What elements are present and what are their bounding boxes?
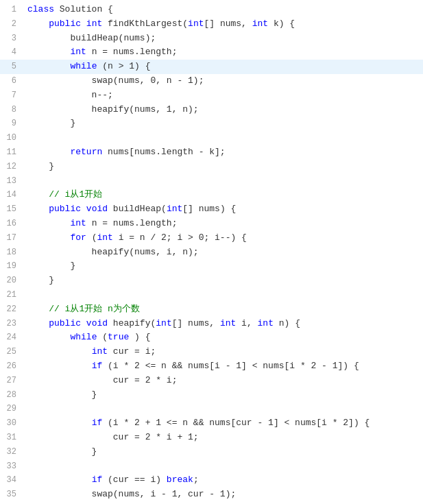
line-content: n--; <box>25 88 423 103</box>
line-content: swap(nums, i - 1, cur - 1); <box>25 488 423 502</box>
line-content: class Solution { <box>25 3 423 17</box>
code-line: 5 while (n > 1) { <box>0 60 423 74</box>
line-content: return nums[nums.length - k]; <box>25 145 423 160</box>
line-number: 10 <box>0 132 25 145</box>
line-number: 14 <box>0 189 25 202</box>
line-content: // i从1开始 <box>25 188 423 202</box>
line-content: heapify(nums, i, n); <box>25 245 423 260</box>
line-number: 9 <box>0 117 25 130</box>
line-number: 29 <box>0 403 25 416</box>
line-content: while (true ) { <box>25 331 423 345</box>
code-line: 32 } <box>0 445 423 459</box>
code-line: 14 // i从1开始 <box>0 188 423 202</box>
line-content: public int findKthLargest(int[] nums, in… <box>25 17 423 32</box>
line-content: int n = nums.length; <box>25 45 423 60</box>
code-line: 22 // i从1开始 n为个数 <box>0 302 423 317</box>
line-content: // i从1开始 n为个数 <box>25 302 423 317</box>
code-line: 2 public int findKthLargest(int[] nums, … <box>0 17 423 32</box>
code-line: 7 n--; <box>0 88 423 103</box>
line-content: cur = 2 * i + 1; <box>25 431 423 445</box>
code-line: 34 if (cur == i) break; <box>0 473 423 488</box>
line-number: 27 <box>0 374 25 387</box>
line-content: } <box>25 274 423 288</box>
line-content: if (i * 2 + 1 <= n && nums[cur - 1] < nu… <box>25 416 423 431</box>
code-line: 17 for (int i = n / 2; i > 0; i--) { <box>0 231 423 245</box>
code-line: 26 if (i * 2 <= n && nums[i - 1] < nums[… <box>0 359 423 374</box>
line-content <box>25 131 423 145</box>
code-block: 1class Solution {2 public int findKthLar… <box>0 3 423 504</box>
code-line: 9 } <box>0 117 423 131</box>
code-line: 6 swap(nums, 0, n - 1); <box>0 74 423 88</box>
code-line: 28 } <box>0 388 423 403</box>
line-content <box>25 402 423 416</box>
code-line: 23 public void heapify(int[] nums, int i… <box>0 317 423 331</box>
code-line: 8 heapify(nums, 1, n); <box>0 103 423 117</box>
line-number: 4 <box>0 46 25 59</box>
code-line: 3 buildHeap(nums); <box>0 32 423 46</box>
line-number: 31 <box>0 431 25 444</box>
code-line: 35 swap(nums, i - 1, cur - 1); <box>0 488 423 502</box>
line-content: } <box>25 259 423 274</box>
line-number: 7 <box>0 89 25 102</box>
line-number: 22 <box>0 303 25 316</box>
line-content: } <box>25 117 423 131</box>
line-number: 23 <box>0 317 25 331</box>
line-number: 6 <box>0 75 25 88</box>
line-number: 35 <box>0 488 25 501</box>
line-content: public void heapify(int[] nums, int i, i… <box>25 317 423 331</box>
line-number: 18 <box>0 246 25 259</box>
line-number: 24 <box>0 331 25 344</box>
code-line: 12 } <box>0 160 423 174</box>
line-number: 19 <box>0 260 25 273</box>
line-number: 30 <box>0 417 25 430</box>
line-content: } <box>25 160 423 174</box>
code-line: 33 <box>0 459 423 474</box>
line-number: 16 <box>0 217 25 230</box>
line-content: int cur = i; <box>25 345 423 359</box>
line-content: heapify(nums, 1, n); <box>25 103 423 117</box>
code-line: 4 int n = nums.length; <box>0 45 423 60</box>
code-line: 31 cur = 2 * i + 1; <box>0 431 423 445</box>
line-content: while (n > 1) { <box>25 60 423 74</box>
code-line: 21 <box>0 288 423 302</box>
line-content <box>25 459 423 474</box>
code-line: 16 int n = nums.length; <box>0 217 423 231</box>
line-number: 26 <box>0 360 25 373</box>
line-number: 3 <box>0 32 25 45</box>
line-number: 34 <box>0 474 25 487</box>
code-line: 11 return nums[nums.length - k]; <box>0 145 423 160</box>
code-line: 29 <box>0 402 423 416</box>
code-line: 24 while (true ) { <box>0 331 423 345</box>
line-number: 32 <box>0 446 25 459</box>
line-content: for (int i = n / 2; i > 0; i--) { <box>25 231 423 245</box>
code-line: 19 } <box>0 259 423 274</box>
line-number: 33 <box>0 460 25 473</box>
line-number: 17 <box>0 232 25 245</box>
code-container: 1class Solution {2 public int findKthLar… <box>0 0 423 504</box>
line-content: if (cur == i) break; <box>25 473 423 488</box>
line-number: 25 <box>0 346 25 359</box>
line-number: 1 <box>0 3 25 16</box>
code-line: 30 if (i * 2 + 1 <= n && nums[cur - 1] <… <box>0 416 423 431</box>
line-number: 28 <box>0 389 25 402</box>
code-line: 15 public void buildHeap(int[] nums) { <box>0 202 423 217</box>
code-line: 25 int cur = i; <box>0 345 423 359</box>
code-line: 1class Solution { <box>0 3 423 17</box>
line-number: 5 <box>0 60 25 73</box>
line-number: 12 <box>0 160 25 173</box>
line-content: if (i * 2 <= n && nums[i - 1] < nums[i *… <box>25 359 423 374</box>
code-line: 13 <box>0 174 423 189</box>
code-line: 20 } <box>0 274 423 288</box>
line-content: public void buildHeap(int[] nums) { <box>25 202 423 217</box>
line-content: swap(nums, 0, n - 1); <box>25 74 423 88</box>
line-number: 20 <box>0 274 25 287</box>
line-number: 8 <box>0 104 25 117</box>
line-content <box>25 288 423 302</box>
line-content: buildHeap(nums); <box>25 32 423 46</box>
line-content: } <box>25 388 423 403</box>
code-line: 18 heapify(nums, i, n); <box>0 245 423 260</box>
line-number: 21 <box>0 289 25 302</box>
line-content: int n = nums.length; <box>25 217 423 231</box>
line-number: 15 <box>0 203 25 216</box>
line-number: 11 <box>0 146 25 159</box>
